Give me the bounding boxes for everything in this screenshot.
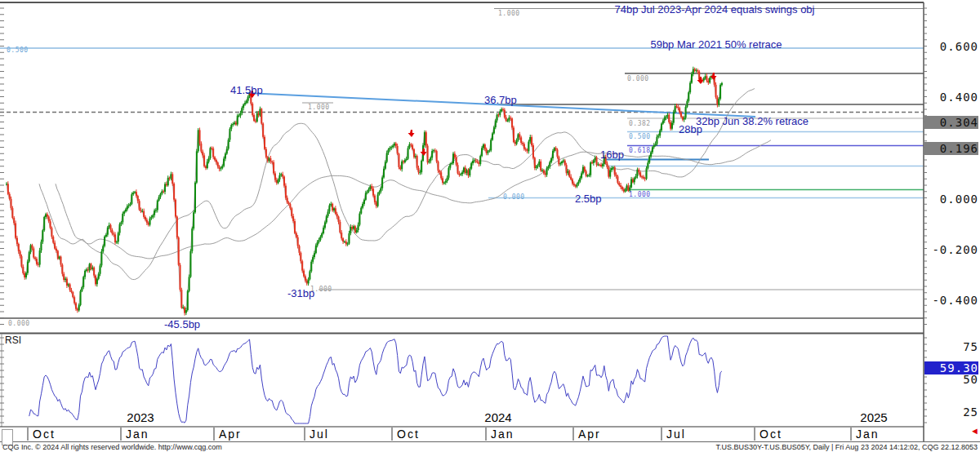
candle-body — [77, 309, 78, 311]
candle-body — [318, 240, 320, 242]
candle-body — [292, 216, 294, 221]
candle-body — [595, 157, 596, 160]
candle-body — [252, 104, 253, 115]
candle-body — [258, 113, 260, 116]
candle-body — [552, 151, 554, 158]
candle-body — [532, 145, 534, 157]
candle-body — [18, 244, 20, 251]
candle-body — [89, 264, 91, 270]
chart-canvas[interactable] — [0, 0, 980, 452]
candle-body — [338, 217, 340, 222]
candle-body — [341, 233, 342, 238]
candle-body — [297, 237, 299, 246]
candle-body — [372, 188, 374, 195]
candle-body — [484, 144, 486, 149]
candle-body — [175, 200, 176, 217]
candle-body — [330, 204, 332, 206]
candle-body — [572, 179, 573, 184]
candle-body — [56, 249, 57, 251]
candle-body — [191, 228, 193, 251]
candle-body — [41, 242, 42, 250]
candle-body — [68, 284, 69, 286]
candle-body — [291, 208, 292, 216]
candle-body — [445, 181, 447, 183]
candle-body — [668, 115, 670, 122]
candle-body — [718, 99, 719, 104]
candle-body — [48, 216, 50, 221]
candle-body — [198, 130, 199, 151]
candle-body — [516, 140, 518, 144]
candle-body — [600, 165, 602, 166]
candle-body — [289, 204, 291, 208]
candle-body — [656, 137, 657, 144]
candle-body — [636, 170, 638, 176]
candle-body — [568, 171, 570, 176]
moving-average-line — [39, 89, 755, 280]
candle-body — [72, 292, 74, 297]
candle-body — [671, 123, 673, 129]
candle-body — [511, 118, 513, 127]
candle-body — [203, 155, 205, 166]
candle-body — [685, 107, 687, 117]
candle-body — [529, 137, 531, 142]
candle-body — [119, 224, 121, 233]
candle-body — [719, 85, 721, 99]
candle-body — [20, 251, 21, 256]
candle-body — [618, 183, 620, 185]
candle-body — [312, 257, 314, 262]
candle-body — [427, 146, 429, 163]
candle-body — [408, 148, 409, 158]
candle-body — [626, 185, 628, 188]
candle-body — [558, 157, 559, 164]
candle-body — [616, 175, 617, 176]
candle-body — [677, 107, 679, 108]
candle-body — [380, 188, 381, 192]
candle-body — [84, 271, 86, 277]
candle-body — [593, 160, 595, 162]
candle-body — [670, 122, 671, 129]
candle-body — [510, 117, 511, 118]
candle-body — [686, 101, 688, 107]
candle-body — [125, 210, 127, 212]
candle-body — [434, 150, 436, 151]
candle-body — [465, 168, 466, 174]
candle-body — [264, 137, 265, 149]
candle-body — [675, 106, 676, 112]
candle-body — [70, 290, 72, 292]
candle-body — [120, 222, 122, 224]
candle-body — [226, 148, 228, 153]
candle-body — [617, 176, 618, 183]
candle-body — [673, 112, 675, 122]
candle-body — [456, 157, 457, 165]
candle-body — [130, 204, 131, 206]
candle-body — [630, 179, 632, 188]
candle-body — [614, 167, 616, 175]
candle-body — [367, 192, 368, 193]
candle-body — [648, 157, 650, 162]
candle-body — [378, 192, 380, 194]
candle-body — [241, 108, 243, 113]
candle-body — [137, 196, 139, 201]
candle-body — [278, 175, 280, 179]
candle-body — [398, 154, 399, 167]
candle-body — [60, 257, 62, 265]
candle-body — [193, 212, 194, 228]
candle-body — [536, 166, 537, 168]
candle-body — [358, 225, 359, 231]
candle-body — [466, 170, 468, 173]
candle-body — [327, 211, 329, 216]
candle-body — [100, 251, 102, 265]
candle-body — [501, 109, 502, 112]
candle-body — [490, 140, 492, 150]
candle-body — [107, 228, 109, 235]
candle-body — [74, 297, 75, 303]
candle-body — [285, 186, 287, 198]
candle-body — [87, 269, 89, 270]
candle-body — [492, 133, 493, 140]
candle-body — [335, 208, 336, 214]
candle-body — [635, 176, 637, 178]
candle-body — [127, 206, 128, 210]
candle-body — [410, 144, 412, 145]
candle-body — [159, 194, 161, 197]
candle-body — [52, 237, 54, 242]
